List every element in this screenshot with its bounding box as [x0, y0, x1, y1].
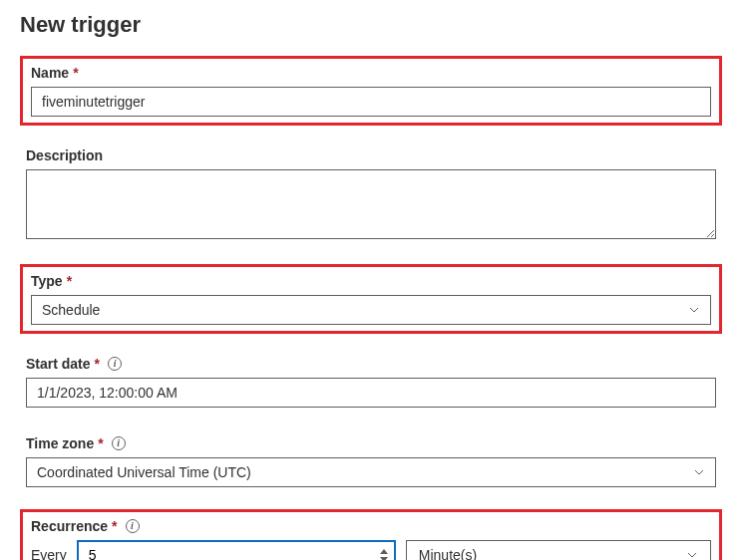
- recurrence-interval-field[interactable]: [77, 540, 396, 560]
- name-label-text: Name: [31, 65, 69, 81]
- time-zone-label-text: Time zone: [26, 435, 94, 451]
- type-label-text: Type: [31, 273, 63, 289]
- every-label: Every: [31, 547, 67, 560]
- required-asterisk: *: [95, 356, 100, 372]
- name-field-group: Name *: [20, 56, 722, 126]
- type-field-group: Type * Schedule: [20, 264, 722, 334]
- type-select-value: Schedule: [42, 302, 100, 318]
- time-zone-field-group: Time zone * i Coordinated Universal Time…: [20, 429, 722, 493]
- recurrence-field-group: Recurrence * i Every Minute(s): [20, 509, 722, 560]
- type-select[interactable]: Schedule: [31, 295, 711, 325]
- required-asterisk: *: [67, 273, 72, 289]
- name-input[interactable]: [31, 87, 711, 117]
- start-date-field-group: Start date * i: [20, 350, 722, 414]
- recurrence-interval-input[interactable]: [79, 542, 374, 560]
- time-zone-label: Time zone * i: [26, 435, 716, 451]
- recurrence-label-text: Recurrence: [31, 518, 108, 534]
- required-asterisk: *: [73, 65, 78, 81]
- description-input[interactable]: [26, 169, 716, 239]
- spinner-down-icon[interactable]: [380, 557, 388, 561]
- description-field-group: Description: [20, 141, 722, 248]
- info-icon[interactable]: i: [126, 519, 140, 533]
- description-label: Description: [26, 147, 716, 163]
- recurrence-unit-value: Minute(s): [419, 547, 477, 560]
- description-label-text: Description: [26, 147, 103, 163]
- required-asterisk: *: [98, 435, 103, 451]
- name-label: Name *: [31, 65, 711, 81]
- recurrence-row: Every Minute(s): [31, 540, 711, 560]
- chevron-down-icon: [688, 304, 700, 316]
- start-date-input[interactable]: [26, 378, 716, 408]
- interval-spinner[interactable]: [374, 542, 394, 560]
- chevron-down-icon: [693, 466, 705, 478]
- recurrence-unit-select[interactable]: Minute(s): [406, 540, 711, 560]
- info-icon[interactable]: i: [112, 436, 126, 450]
- spinner-up-icon[interactable]: [380, 549, 388, 554]
- start-date-label-text: Start date: [26, 356, 91, 372]
- chevron-down-icon: [686, 549, 698, 560]
- start-date-label: Start date * i: [26, 356, 716, 372]
- page-title: New trigger: [20, 12, 722, 38]
- type-label: Type *: [31, 273, 711, 289]
- info-icon[interactable]: i: [108, 357, 122, 371]
- recurrence-label: Recurrence * i: [31, 518, 711, 534]
- time-zone-select[interactable]: Coordinated Universal Time (UTC): [26, 457, 716, 487]
- required-asterisk: *: [112, 518, 117, 534]
- time-zone-select-value: Coordinated Universal Time (UTC): [37, 464, 251, 480]
